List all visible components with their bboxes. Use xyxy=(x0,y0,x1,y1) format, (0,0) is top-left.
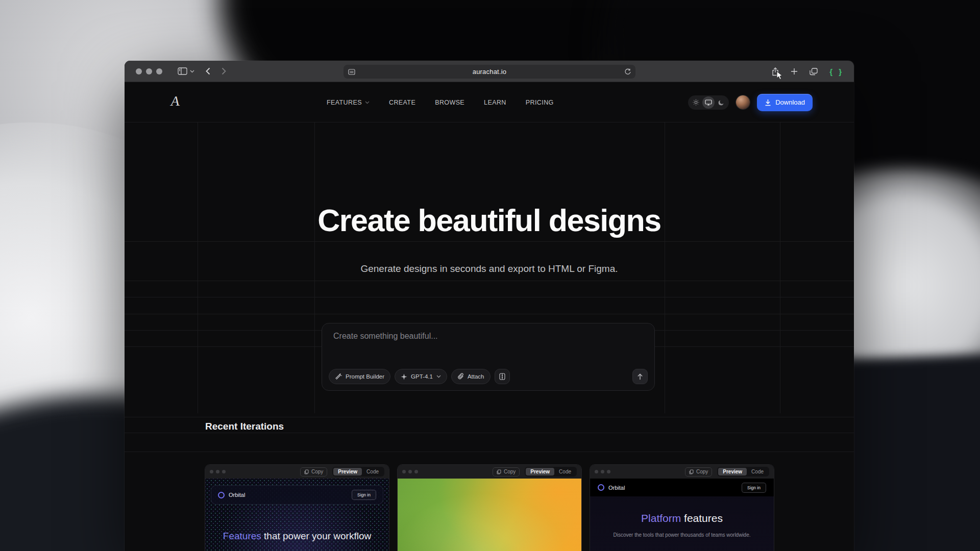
card-preview-gradient-art[interactable] xyxy=(398,479,581,551)
card-dot xyxy=(216,470,219,473)
minimize-button[interactable] xyxy=(146,68,152,74)
preview-subheading: Discover the tools that power thousands … xyxy=(590,532,774,538)
close-button[interactable] xyxy=(136,68,142,74)
copy-icon xyxy=(689,469,694,474)
card-dot xyxy=(222,470,226,473)
nav-link-create[interactable]: CREATE xyxy=(389,99,415,106)
sun-icon xyxy=(693,99,699,106)
recent-iterations-heading: Recent Iterations xyxy=(205,421,284,432)
sidebar-icon[interactable] xyxy=(178,67,187,75)
page-subtitle: Generate designs in seconds and export t… xyxy=(125,263,854,274)
zoom-button[interactable] xyxy=(156,68,162,74)
sparkle-icon xyxy=(401,373,407,380)
nav-link-pricing[interactable]: PRICING xyxy=(526,99,554,106)
preview-navbar: Orbital Sign in xyxy=(211,485,383,505)
browser-window: aurachat.io xyxy=(125,61,854,551)
code-tab[interactable]: Code xyxy=(747,468,768,475)
card-toolbar: Copy Preview Code xyxy=(590,465,774,479)
card-dot xyxy=(601,470,604,473)
orbital-logo-icon xyxy=(598,484,604,491)
preview-brand: Orbital xyxy=(229,492,245,498)
submit-prompt-button[interactable] xyxy=(632,369,648,384)
back-button[interactable] xyxy=(206,67,210,75)
copy-icon xyxy=(497,469,501,474)
user-avatar[interactable] xyxy=(736,95,750,109)
preview-navbar: Orbital Sign in xyxy=(590,479,774,496)
card-dot xyxy=(607,470,610,473)
card-toolbar: Copy Preview Code xyxy=(205,465,389,479)
window-controls xyxy=(136,68,162,74)
moon-icon xyxy=(718,99,724,106)
orbital-logo-icon xyxy=(218,492,225,498)
copy-button[interactable]: Copy xyxy=(685,467,712,477)
card-toolbar: Copy Preview Code xyxy=(398,465,581,479)
chevron-down-icon xyxy=(365,101,370,104)
reader-icon[interactable] xyxy=(348,69,355,75)
view-toggle: Preview Code xyxy=(717,467,769,477)
nav-link-browse[interactable]: BROWSE xyxy=(435,99,464,106)
preview-heading: Features that power your workflow xyxy=(205,531,389,542)
chevron-down-icon[interactable] xyxy=(190,70,194,73)
arrow-up-icon xyxy=(637,373,643,380)
preview-tab[interactable]: Preview xyxy=(526,468,554,475)
dark-mode-button[interactable] xyxy=(715,96,727,109)
card-dot xyxy=(414,470,418,473)
forward-button[interactable] xyxy=(222,67,226,75)
copy-button[interactable]: Copy xyxy=(300,467,327,477)
card-preview[interactable]: Orbital Sign in Features that power your… xyxy=(205,479,389,551)
site-header: A FEATURES CREATE BROWSE LEARN PRICING xyxy=(125,82,854,122)
system-mode-button[interactable] xyxy=(702,96,715,109)
chevron-down-icon xyxy=(436,375,441,378)
iteration-card-platform-features[interactable]: Copy Preview Code Orbital Sign in Platfo… xyxy=(590,465,774,551)
view-toggle: Preview Code xyxy=(525,467,577,477)
preview-signin-button[interactable]: Sign in xyxy=(352,490,376,500)
model-selector[interactable]: GPT-4.1 xyxy=(395,369,447,384)
display-icon xyxy=(705,99,712,106)
preview-tab[interactable]: Preview xyxy=(718,468,747,475)
reload-icon[interactable] xyxy=(624,68,631,76)
browser-toolbar: aurachat.io xyxy=(125,61,854,82)
nav-link-learn[interactable]: LEARN xyxy=(484,99,506,106)
nav-link-features[interactable]: FEATURES xyxy=(327,99,370,106)
preview-signin-button[interactable]: Sign in xyxy=(742,483,766,493)
mouse-cursor xyxy=(776,71,845,80)
board-icon xyxy=(499,373,505,380)
prompt-builder-button[interactable]: Prompt Builder xyxy=(329,369,390,384)
main-nav: FEATURES CREATE BROWSE LEARN PRICING xyxy=(327,82,554,122)
theme-toggle xyxy=(688,95,729,110)
magic-pen-icon xyxy=(335,373,342,380)
download-icon xyxy=(765,99,771,106)
code-tab[interactable]: Code xyxy=(554,468,576,475)
iteration-card-gradient-art[interactable]: Copy Preview Code xyxy=(398,465,581,551)
light-mode-button[interactable] xyxy=(690,96,702,109)
download-button[interactable]: Download xyxy=(757,94,813,111)
preview-tab[interactable]: Preview xyxy=(333,468,362,475)
copy-icon xyxy=(304,469,309,474)
preview-heading: Platform features xyxy=(590,512,774,524)
code-tab[interactable]: Code xyxy=(362,468,383,475)
site-logo[interactable]: A xyxy=(169,93,182,109)
card-dot xyxy=(595,470,598,473)
address-bar[interactable]: aurachat.io xyxy=(344,65,635,79)
view-toggle: Preview Code xyxy=(332,467,384,477)
components-button[interactable] xyxy=(495,369,510,384)
card-dot xyxy=(210,470,213,473)
webpage: A FEATURES CREATE BROWSE LEARN PRICING xyxy=(125,82,854,551)
page-title: Create beautiful designs xyxy=(125,203,854,238)
copy-button[interactable]: Copy xyxy=(493,467,520,477)
prompt-box: Prompt Builder GPT-4.1 Attach xyxy=(322,323,655,391)
attach-button[interactable]: Attach xyxy=(451,369,491,384)
prompt-input[interactable] xyxy=(333,332,643,362)
preview-brand: Orbital xyxy=(608,485,625,491)
card-dot xyxy=(402,470,406,473)
card-dot xyxy=(408,470,412,473)
card-preview[interactable]: Orbital Sign in Platform features Discov… xyxy=(590,479,774,551)
paperclip-icon xyxy=(457,373,464,380)
iteration-card-orbital-features[interactable]: Copy Preview Code Orbital Sign in xyxy=(205,465,389,551)
url-text: aurachat.io xyxy=(355,68,624,76)
